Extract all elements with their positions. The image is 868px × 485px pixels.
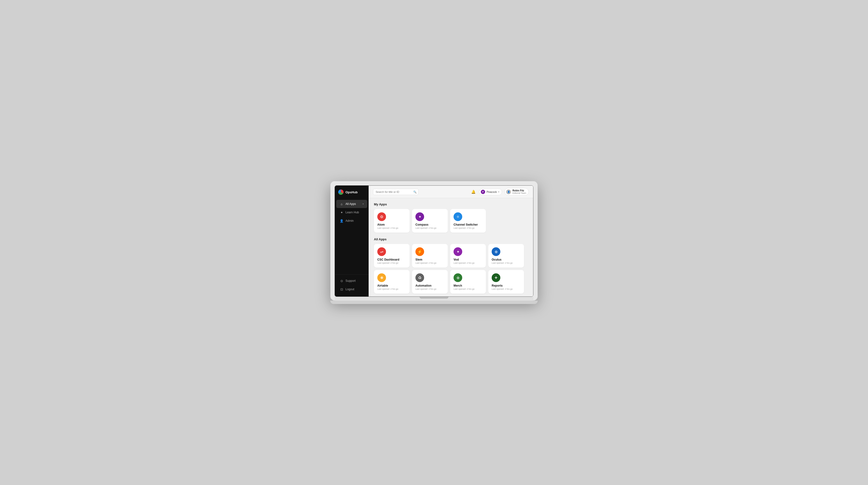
my-apps-section: My Apps ⚙ Atom Last opened: 2 hrs go ✦ C… <box>374 202 528 233</box>
app-name: Vod <box>454 258 483 261</box>
app-last-opened: Last opened: 2 hrs go <box>377 227 406 229</box>
app-name: Airtable <box>377 284 406 287</box>
app-card-atom[interactable]: ⚙ Atom Last opened: 2 hrs go <box>374 209 410 233</box>
app-card-channel-switcher[interactable]: ⚛ Channel Switcher Last opened: 2 hrs go <box>450 209 486 233</box>
app-last-opened: Last opened: 2 hrs go <box>454 227 483 229</box>
atom-icon: ⚙ <box>377 213 386 221</box>
app-last-opened: Last opened: 2 hrs go <box>454 288 483 290</box>
app-last-opened: Last opened: 2 hrs go <box>377 288 406 290</box>
app-card-reports[interactable]: + Reports Last opened: 2 hrs go <box>488 270 524 294</box>
user-role: Editorial Team <box>513 192 526 194</box>
search-input[interactable] <box>373 189 418 195</box>
avatar: 👤 <box>506 190 511 194</box>
app-last-opened: Last opened: 2 hrs go <box>377 262 406 264</box>
reports-icon: + <box>492 273 500 282</box>
all-apps-section: All Apps ⇌ CSC Dashboard Last opened: 2 … <box>374 237 528 294</box>
sidebar-item-label: Admin <box>345 219 354 223</box>
sidebar-item-label: Learn Hub <box>345 211 359 214</box>
laptop-notch <box>420 297 448 299</box>
app-name: Merch <box>454 284 483 287</box>
channel-switcher-icon: ⚛ <box>454 213 462 221</box>
sidebar-nav: ⌂ All Apps ▾ ✦ Learn Hub 👤 Admin <box>335 199 369 274</box>
app-name: Automation <box>415 284 444 287</box>
notification-bell-button[interactable]: 🔔 <box>470 189 477 195</box>
all-apps-title: All Apps <box>374 237 528 241</box>
sidebar-item-logout[interactable]: ⊡ Logout <box>336 285 367 293</box>
sidebar-item-label: Logout <box>345 288 354 291</box>
learn-icon: ✦ <box>340 211 344 214</box>
airtable-icon: ❋ <box>377 273 386 282</box>
workspace-name: Peacock <box>487 190 497 193</box>
app-card-csc-dashboard[interactable]: ⇌ CSC Dashboard Last opened: 2 hrs go <box>374 244 410 267</box>
workspace-chevron-icon: ▾ <box>498 191 499 193</box>
admin-icon: 👤 <box>340 219 344 223</box>
topbar: 🔍 🔔 P Peacock ▾ <box>369 186 533 198</box>
app-name: Oculus <box>492 258 521 261</box>
user-profile-button[interactable]: 👤 Robin Fitz Editorial Team <box>504 188 529 195</box>
sidebar-bottom: ⊙ Support ⊡ Logout <box>335 274 369 296</box>
home-icon: ⌂ <box>340 202 344 206</box>
app-card-merch[interactable]: ⊕ Merch Last opened: 2 hrs go <box>450 270 486 294</box>
sidebar-item-learn-hub[interactable]: ✦ Learn Hub <box>336 208 367 217</box>
laptop-bottom <box>335 297 533 300</box>
app-name: Atom <box>377 223 406 226</box>
workspace-avatar: P <box>481 190 485 194</box>
sidebar-item-all-apps[interactable]: ⌂ All Apps ▾ <box>336 200 367 208</box>
app-last-opened: Last opened: 2 hrs go <box>415 227 444 229</box>
app-name: CSC Dashboard <box>377 258 406 261</box>
user-name: Robin Fitz <box>513 189 526 192</box>
app-name: Reports <box>492 284 521 287</box>
chevron-down-icon: ▾ <box>363 203 364 205</box>
sidebar-item-label: All Apps <box>345 202 356 205</box>
app-card-compass[interactable]: ✦ Compass Last opened: 2 hrs go <box>412 209 448 233</box>
sidebar-item-label: Support <box>345 279 355 283</box>
search-bar: 🔍 <box>373 189 418 195</box>
app-last-opened: Last opened: 2 hrs go <box>492 262 521 264</box>
compass-icon: ✦ <box>415 213 424 221</box>
content-area: My Apps ⚙ Atom Last opened: 2 hrs go ✦ C… <box>369 198 533 296</box>
my-apps-title: My Apps <box>374 202 528 206</box>
main-content: 🔍 🔔 P Peacock ▾ <box>369 186 533 296</box>
user-info: Robin Fitz Editorial Team <box>513 189 526 194</box>
app-card-vod[interactable]: ✦ Vod Last opened: 2 hrs go <box>450 244 486 267</box>
slem-icon: ⚡ <box>415 247 424 256</box>
merch-icon: ⊕ <box>454 273 462 282</box>
logout-icon: ⊡ <box>340 287 344 291</box>
sidebar-item-support[interactable]: ⊙ Support <box>336 277 367 285</box>
sidebar: OpsHub ⌂ All Apps ▾ ✦ Learn Hub <box>335 186 369 296</box>
support-icon: ⊙ <box>340 279 344 283</box>
csc-dashboard-icon: ⇌ <box>377 247 386 256</box>
workspace-selector[interactable]: P Peacock ▾ <box>479 189 502 195</box>
app-card-slem[interactable]: ⚡ Slem Last opened: 2 hrs go <box>412 244 448 267</box>
app-card-oculus[interactable]: ⊕ Oculus Last opened: 2 hrs go <box>488 244 524 267</box>
vod-icon: ✦ <box>454 247 462 256</box>
app-name: Slem <box>415 258 444 261</box>
app-last-opened: Last opened: 2 hrs go <box>492 288 521 290</box>
logo-icon <box>338 190 344 195</box>
oculus-icon: ⊕ <box>492 247 500 256</box>
sidebar-logo: OpsHub <box>335 186 369 199</box>
app-name: Channel Switcher <box>454 223 483 226</box>
search-icon: 🔍 <box>413 190 416 193</box>
sidebar-item-admin[interactable]: 👤 Admin <box>336 217 367 225</box>
laptop-base <box>330 300 538 304</box>
app-last-opened: Last opened: 2 hrs go <box>454 262 483 264</box>
app-card-automation[interactable]: ♻ Automation Last opened: 2 hrs go <box>412 270 448 294</box>
app-last-opened: Last opened: 2 hrs go <box>415 262 444 264</box>
topbar-actions: 🔔 P Peacock ▾ 👤 Ro <box>470 188 529 195</box>
app-card-airtable[interactable]: ❋ Airtable Last opened: 2 hrs go <box>374 270 410 294</box>
app-last-opened: Last opened: 2 hrs go <box>415 288 444 290</box>
my-apps-grid: ⚙ Atom Last opened: 2 hrs go ✦ Compass L… <box>374 209 528 233</box>
app-name: Compass <box>415 223 444 226</box>
logo-text: OpsHub <box>345 190 358 194</box>
automation-icon: ♻ <box>415 273 424 282</box>
all-apps-grid: ⇌ CSC Dashboard Last opened: 2 hrs go ⚡ … <box>374 244 528 294</box>
